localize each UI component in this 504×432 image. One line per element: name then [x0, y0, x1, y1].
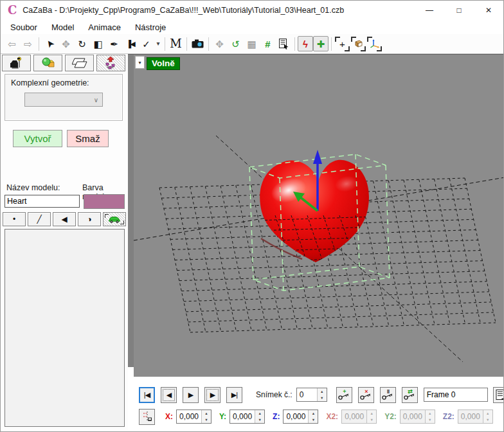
anim-rotate-button[interactable]: ↺ — [228, 36, 244, 52]
maximize-button[interactable]: □ — [444, 1, 474, 20]
fit-view-button[interactable] — [350, 36, 366, 52]
delete-button[interactable]: Smaž — [67, 130, 109, 147]
frame-list-button[interactable] — [493, 387, 504, 403]
viewport-3d[interactable]: ▾ Volně — [134, 54, 504, 377]
last-frame-button[interactable]: ▶| — [226, 387, 242, 403]
measure-m-button[interactable]: M — [168, 36, 184, 52]
spin-down-icon[interactable]: ▼ — [318, 395, 327, 401]
shade-tab[interactable]: ◑ — [78, 212, 101, 226]
fit-view-icon — [354, 39, 363, 48]
svg-text:+: + — [343, 390, 346, 395]
add-object-button[interactable]: ✚ — [313, 36, 328, 51]
scale-tool-icon: ◧ — [93, 39, 102, 49]
camera-button[interactable] — [190, 36, 206, 52]
paint-tool-button[interactable]: ✒ — [106, 36, 122, 52]
spin-down-icon[interactable]: ▼ — [309, 417, 318, 423]
spin-down-icon[interactable]: ▼ — [202, 417, 211, 423]
menu-soubor[interactable]: Soubor — [3, 21, 44, 33]
measure-m-icon: M — [170, 38, 181, 50]
minimize-button[interactable]: — — [415, 1, 444, 20]
anim-move-icon: ✥ — [215, 39, 224, 49]
svg-text:⇄: ⇄ — [408, 390, 413, 395]
frame-number-spinner[interactable]: 0▲▼ — [296, 388, 327, 402]
create-button[interactable]: Vytvoř — [13, 130, 62, 147]
close-button[interactable]: ✕ — [474, 1, 503, 20]
coord-y-spinner-arrows[interactable]: ▲▼ — [255, 410, 264, 423]
frame-number-spinner-value: 0 — [297, 388, 317, 401]
coord-y-spinner[interactable]: 0,000▲▼ — [230, 410, 265, 424]
coord-x2-spinner-value: 0,000 — [342, 410, 366, 423]
primitives-tab[interactable] — [33, 55, 62, 71]
anim-move-button[interactable]: ✥ — [212, 36, 228, 52]
menu-n-stroje[interactable]: Nástroje — [128, 21, 173, 33]
model-listbox[interactable] — [4, 229, 125, 427]
first-frame-button[interactable]: |◀ — [139, 387, 155, 403]
frame-list-icon — [496, 390, 504, 401]
nav-back-button[interactable]: ⇦ — [4, 36, 20, 52]
main-content: Komplexní geometrie: ∨ Vytvoř Smaž Název… — [1, 54, 504, 432]
scene-3d — [134, 55, 504, 377]
coord-z2-spinner-value: 0,000 — [458, 410, 483, 423]
select-cursor-button[interactable]: ➤ — [42, 36, 58, 52]
prev-frame-button[interactable]: ◀ — [161, 387, 177, 403]
frame-number-spinner-arrows[interactable]: ▲▼ — [317, 388, 327, 401]
prev-frame-icon: ◀ — [166, 391, 171, 399]
chevron-down-icon: ∨ — [94, 96, 98, 104]
next-frame-button[interactable]: ▶ — [204, 387, 221, 403]
coord-y-spinner-value: 0,000 — [230, 410, 255, 423]
move-tool-button[interactable]: ✥ — [58, 36, 74, 52]
spin-up-icon: ▲ — [367, 410, 376, 417]
spin-up-icon[interactable]: ▲ — [202, 410, 211, 417]
move-key-button[interactable]: ⇄ — [402, 387, 418, 403]
rotate-tool-button[interactable]: ↻ — [74, 36, 90, 52]
timeline-toggle-button[interactable] — [139, 409, 155, 425]
model-color-swatch[interactable] — [84, 194, 125, 209]
primitives-icon — [41, 57, 55, 69]
timeline-icon — [142, 411, 152, 422]
coord-z-spinner[interactable]: 0,000▲▼ — [283, 410, 318, 424]
apply-check-button[interactable]: ✓ — [138, 36, 154, 52]
edit-key-button[interactable]: ‖ — [380, 387, 396, 403]
last-frame-icon: ▶| — [231, 391, 237, 399]
axes-view-button[interactable] — [366, 36, 382, 52]
render-flash-button[interactable]: ϟ — [298, 36, 313, 51]
model-name-input[interactable] — [4, 195, 80, 208]
face-tab[interactable]: ◀ — [53, 212, 76, 226]
panel-splitter[interactable] — [128, 54, 134, 367]
hierarchy-tab[interactable] — [96, 55, 125, 71]
frame-name-input[interactable] — [424, 388, 488, 402]
model-tools-tab[interactable] — [2, 55, 31, 71]
object-tab[interactable] — [103, 212, 126, 226]
delete-key-button[interactable]: × — [358, 387, 374, 403]
point-tab[interactable]: • — [3, 212, 26, 226]
coord-y2-spinner-value: 0,000 — [401, 410, 425, 423]
center-view-button[interactable]: + — [334, 36, 350, 52]
play-button[interactable]: ▶ — [183, 387, 199, 403]
surfaces-tab[interactable] — [65, 55, 94, 71]
move-tool-icon: ✥ — [62, 39, 70, 49]
menu-animace[interactable]: Animace — [81, 21, 128, 33]
coord-x2-spinner: 0,000▲▼ — [341, 410, 377, 424]
object-list-button[interactable] — [276, 36, 292, 52]
spin-down-icon[interactable]: ▼ — [255, 417, 264, 423]
complex-geometry-select[interactable]: ∨ — [24, 93, 103, 107]
mirror-tool-button[interactable]: ▐◀ — [122, 36, 138, 52]
coord-z-spinner-arrows[interactable]: ▲▼ — [308, 410, 318, 423]
menu-model[interactable]: Model — [44, 21, 81, 33]
line-tab[interactable]: ╱ — [28, 212, 51, 226]
view-mode-dropdown[interactable]: ▾ — [135, 56, 145, 69]
spin-up-icon[interactable]: ▲ — [318, 388, 327, 395]
coord-x-spinner-arrows[interactable]: ▲▼ — [201, 410, 211, 423]
frame-grid-button[interactable]: ▦ — [244, 36, 260, 52]
add-key-button[interactable]: + — [336, 387, 352, 403]
spin-up-icon[interactable]: ▲ — [309, 410, 318, 417]
spin-up-icon[interactable]: ▲ — [255, 410, 264, 417]
scale-tool-button[interactable]: ◧ — [90, 36, 106, 52]
apply-check-dropdown-button[interactable]: ▾ — [154, 36, 162, 52]
axes-view-icon — [370, 39, 380, 49]
apply-check-dropdown-icon: ▾ — [156, 40, 159, 47]
coord-y-label: Y: — [219, 412, 226, 421]
nav-forward-button[interactable]: ⇨ — [20, 36, 36, 52]
coord-x-spinner[interactable]: 0,000▲▼ — [176, 410, 212, 424]
frame-check-button[interactable]: # — [260, 36, 276, 52]
